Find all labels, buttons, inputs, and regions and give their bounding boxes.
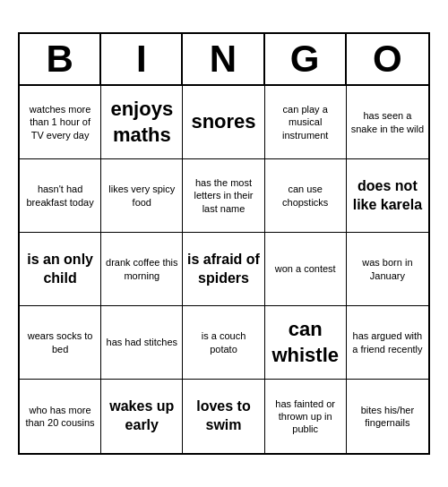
bingo-cell-17[interactable]: is a couch potato: [183, 306, 264, 380]
bingo-cell-16[interactable]: has had stitches: [101, 306, 183, 380]
bingo-cell-6[interactable]: likes very spicy food: [101, 159, 183, 233]
bingo-cell-13[interactable]: won a contest: [265, 233, 347, 306]
bingo-grid: watches more than 1 hour of TV every day…: [20, 86, 428, 453]
bingo-letter-o: O: [347, 34, 428, 84]
bingo-header: BINGO: [20, 34, 428, 86]
bingo-cell-10[interactable]: is an only child: [20, 233, 101, 306]
bingo-cell-14[interactable]: was born in January: [347, 233, 428, 306]
bingo-cell-18[interactable]: can whistle: [265, 306, 347, 380]
bingo-cell-11[interactable]: drank coffee this morning: [101, 233, 183, 306]
bingo-cell-21[interactable]: wakes up early: [101, 380, 183, 453]
bingo-cell-19[interactable]: has argued with a friend recently: [347, 306, 428, 380]
bingo-card: BINGO watches more than 1 hour of TV eve…: [18, 32, 430, 455]
bingo-cell-15[interactable]: wears socks to bed: [20, 306, 101, 380]
bingo-cell-20[interactable]: who has more than 20 cousins: [20, 380, 101, 453]
bingo-cell-22[interactable]: loves to swim: [183, 380, 264, 453]
bingo-cell-9[interactable]: does not like karela: [347, 159, 428, 233]
bingo-letter-b: B: [20, 34, 101, 84]
bingo-cell-3[interactable]: can play a musical instrument: [265, 86, 347, 159]
bingo-letter-n: N: [183, 34, 264, 84]
bingo-cell-7[interactable]: has the most letters in their last name: [183, 159, 264, 233]
bingo-cell-12[interactable]: is afraid of spiders: [183, 233, 264, 306]
bingo-letter-g: G: [265, 34, 347, 84]
bingo-cell-4[interactable]: has seen a snake in the wild: [347, 86, 428, 159]
bingo-cell-0[interactable]: watches more than 1 hour of TV every day: [20, 86, 101, 159]
bingo-cell-2[interactable]: snores: [183, 86, 264, 159]
bingo-cell-8[interactable]: can use chopsticks: [265, 159, 347, 233]
bingo-cell-1[interactable]: enjoys maths: [101, 86, 183, 159]
bingo-cell-5[interactable]: hasn't had breakfast today: [20, 159, 101, 233]
bingo-cell-23[interactable]: has fainted or thrown up in public: [265, 380, 347, 453]
bingo-cell-24[interactable]: bites his/her fingernails: [347, 380, 428, 453]
bingo-letter-i: I: [101, 34, 183, 84]
